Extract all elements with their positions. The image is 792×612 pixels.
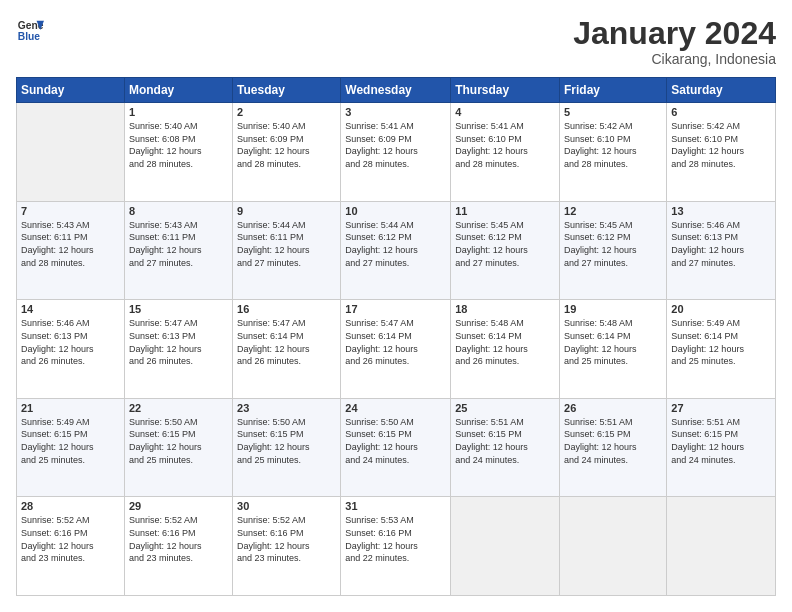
- day-info: Sunrise: 5:47 AMSunset: 6:14 PMDaylight:…: [345, 317, 446, 367]
- day-info: Sunrise: 5:42 AMSunset: 6:10 PMDaylight:…: [564, 120, 662, 170]
- day-info: Sunrise: 5:49 AMSunset: 6:14 PMDaylight:…: [671, 317, 771, 367]
- calendar-cell: 31Sunrise: 5:53 AMSunset: 6:16 PMDayligh…: [341, 497, 451, 596]
- calendar-week-row: 7Sunrise: 5:43 AMSunset: 6:11 PMDaylight…: [17, 201, 776, 300]
- weekday-header: Saturday: [667, 78, 776, 103]
- calendar-week-row: 14Sunrise: 5:46 AMSunset: 6:13 PMDayligh…: [17, 300, 776, 399]
- day-number: 19: [564, 303, 662, 315]
- day-number: 4: [455, 106, 555, 118]
- day-number: 10: [345, 205, 446, 217]
- calendar-cell: 2Sunrise: 5:40 AMSunset: 6:09 PMDaylight…: [233, 103, 341, 202]
- calendar-cell: 28Sunrise: 5:52 AMSunset: 6:16 PMDayligh…: [17, 497, 125, 596]
- calendar-cell: 3Sunrise: 5:41 AMSunset: 6:09 PMDaylight…: [341, 103, 451, 202]
- day-info: Sunrise: 5:51 AMSunset: 6:15 PMDaylight:…: [455, 416, 555, 466]
- day-info: Sunrise: 5:52 AMSunset: 6:16 PMDaylight:…: [129, 514, 228, 564]
- calendar-page: General Blue January 2024 Cikarang, Indo…: [0, 0, 792, 612]
- weekday-header: Thursday: [451, 78, 560, 103]
- location: Cikarang, Indonesia: [573, 51, 776, 67]
- day-number: 12: [564, 205, 662, 217]
- day-number: 6: [671, 106, 771, 118]
- weekday-header: Friday: [560, 78, 667, 103]
- svg-text:Blue: Blue: [18, 31, 41, 42]
- calendar-cell: 4Sunrise: 5:41 AMSunset: 6:10 PMDaylight…: [451, 103, 560, 202]
- calendar-cell: 12Sunrise: 5:45 AMSunset: 6:12 PMDayligh…: [560, 201, 667, 300]
- day-number: 26: [564, 402, 662, 414]
- weekday-header-row: SundayMondayTuesdayWednesdayThursdayFrid…: [17, 78, 776, 103]
- day-info: Sunrise: 5:46 AMSunset: 6:13 PMDaylight:…: [21, 317, 120, 367]
- calendar-cell: 25Sunrise: 5:51 AMSunset: 6:15 PMDayligh…: [451, 398, 560, 497]
- calendar-cell: [560, 497, 667, 596]
- title-area: January 2024 Cikarang, Indonesia: [573, 16, 776, 67]
- calendar-cell: 20Sunrise: 5:49 AMSunset: 6:14 PMDayligh…: [667, 300, 776, 399]
- day-info: Sunrise: 5:48 AMSunset: 6:14 PMDaylight:…: [455, 317, 555, 367]
- calendar-cell: 13Sunrise: 5:46 AMSunset: 6:13 PMDayligh…: [667, 201, 776, 300]
- calendar-table: SundayMondayTuesdayWednesdayThursdayFrid…: [16, 77, 776, 596]
- calendar-week-row: 1Sunrise: 5:40 AMSunset: 6:08 PMDaylight…: [17, 103, 776, 202]
- calendar-cell: 22Sunrise: 5:50 AMSunset: 6:15 PMDayligh…: [124, 398, 232, 497]
- day-number: 8: [129, 205, 228, 217]
- day-info: Sunrise: 5:51 AMSunset: 6:15 PMDaylight:…: [564, 416, 662, 466]
- day-info: Sunrise: 5:53 AMSunset: 6:16 PMDaylight:…: [345, 514, 446, 564]
- day-number: 27: [671, 402, 771, 414]
- day-info: Sunrise: 5:45 AMSunset: 6:12 PMDaylight:…: [564, 219, 662, 269]
- calendar-cell: 15Sunrise: 5:47 AMSunset: 6:13 PMDayligh…: [124, 300, 232, 399]
- day-info: Sunrise: 5:46 AMSunset: 6:13 PMDaylight:…: [671, 219, 771, 269]
- day-info: Sunrise: 5:51 AMSunset: 6:15 PMDaylight:…: [671, 416, 771, 466]
- day-info: Sunrise: 5:52 AMSunset: 6:16 PMDaylight:…: [237, 514, 336, 564]
- calendar-cell: 9Sunrise: 5:44 AMSunset: 6:11 PMDaylight…: [233, 201, 341, 300]
- calendar-cell: [17, 103, 125, 202]
- day-number: 7: [21, 205, 120, 217]
- calendar-cell: 11Sunrise: 5:45 AMSunset: 6:12 PMDayligh…: [451, 201, 560, 300]
- day-info: Sunrise: 5:41 AMSunset: 6:09 PMDaylight:…: [345, 120, 446, 170]
- calendar-cell: 16Sunrise: 5:47 AMSunset: 6:14 PMDayligh…: [233, 300, 341, 399]
- day-info: Sunrise: 5:40 AMSunset: 6:09 PMDaylight:…: [237, 120, 336, 170]
- weekday-header: Wednesday: [341, 78, 451, 103]
- day-number: 24: [345, 402, 446, 414]
- calendar-cell: 29Sunrise: 5:52 AMSunset: 6:16 PMDayligh…: [124, 497, 232, 596]
- day-info: Sunrise: 5:50 AMSunset: 6:15 PMDaylight:…: [237, 416, 336, 466]
- day-info: Sunrise: 5:43 AMSunset: 6:11 PMDaylight:…: [21, 219, 120, 269]
- day-number: 31: [345, 500, 446, 512]
- day-number: 21: [21, 402, 120, 414]
- day-info: Sunrise: 5:40 AMSunset: 6:08 PMDaylight:…: [129, 120, 228, 170]
- calendar-cell: 30Sunrise: 5:52 AMSunset: 6:16 PMDayligh…: [233, 497, 341, 596]
- day-info: Sunrise: 5:44 AMSunset: 6:11 PMDaylight:…: [237, 219, 336, 269]
- day-info: Sunrise: 5:41 AMSunset: 6:10 PMDaylight:…: [455, 120, 555, 170]
- calendar-cell: 26Sunrise: 5:51 AMSunset: 6:15 PMDayligh…: [560, 398, 667, 497]
- calendar-cell: 18Sunrise: 5:48 AMSunset: 6:14 PMDayligh…: [451, 300, 560, 399]
- day-number: 1: [129, 106, 228, 118]
- day-number: 2: [237, 106, 336, 118]
- day-info: Sunrise: 5:44 AMSunset: 6:12 PMDaylight:…: [345, 219, 446, 269]
- weekday-header: Sunday: [17, 78, 125, 103]
- logo-icon: General Blue: [16, 16, 44, 44]
- calendar-cell: 10Sunrise: 5:44 AMSunset: 6:12 PMDayligh…: [341, 201, 451, 300]
- day-info: Sunrise: 5:47 AMSunset: 6:13 PMDaylight:…: [129, 317, 228, 367]
- day-number: 20: [671, 303, 771, 315]
- calendar-cell: 8Sunrise: 5:43 AMSunset: 6:11 PMDaylight…: [124, 201, 232, 300]
- day-number: 14: [21, 303, 120, 315]
- day-info: Sunrise: 5:52 AMSunset: 6:16 PMDaylight:…: [21, 514, 120, 564]
- calendar-cell: 19Sunrise: 5:48 AMSunset: 6:14 PMDayligh…: [560, 300, 667, 399]
- calendar-week-row: 28Sunrise: 5:52 AMSunset: 6:16 PMDayligh…: [17, 497, 776, 596]
- day-number: 13: [671, 205, 771, 217]
- day-number: 16: [237, 303, 336, 315]
- weekday-header: Monday: [124, 78, 232, 103]
- calendar-cell: 1Sunrise: 5:40 AMSunset: 6:08 PMDaylight…: [124, 103, 232, 202]
- calendar-cell: 23Sunrise: 5:50 AMSunset: 6:15 PMDayligh…: [233, 398, 341, 497]
- calendar-cell: [667, 497, 776, 596]
- calendar-cell: 17Sunrise: 5:47 AMSunset: 6:14 PMDayligh…: [341, 300, 451, 399]
- calendar-cell: 21Sunrise: 5:49 AMSunset: 6:15 PMDayligh…: [17, 398, 125, 497]
- calendar-cell: 14Sunrise: 5:46 AMSunset: 6:13 PMDayligh…: [17, 300, 125, 399]
- calendar-cell: 5Sunrise: 5:42 AMSunset: 6:10 PMDaylight…: [560, 103, 667, 202]
- day-number: 17: [345, 303, 446, 315]
- day-info: Sunrise: 5:50 AMSunset: 6:15 PMDaylight:…: [345, 416, 446, 466]
- day-number: 5: [564, 106, 662, 118]
- day-number: 29: [129, 500, 228, 512]
- calendar-week-row: 21Sunrise: 5:49 AMSunset: 6:15 PMDayligh…: [17, 398, 776, 497]
- calendar-cell: 7Sunrise: 5:43 AMSunset: 6:11 PMDaylight…: [17, 201, 125, 300]
- header: General Blue January 2024 Cikarang, Indo…: [16, 16, 776, 67]
- day-info: Sunrise: 5:49 AMSunset: 6:15 PMDaylight:…: [21, 416, 120, 466]
- calendar-cell: 27Sunrise: 5:51 AMSunset: 6:15 PMDayligh…: [667, 398, 776, 497]
- day-info: Sunrise: 5:47 AMSunset: 6:14 PMDaylight:…: [237, 317, 336, 367]
- day-number: 15: [129, 303, 228, 315]
- day-number: 3: [345, 106, 446, 118]
